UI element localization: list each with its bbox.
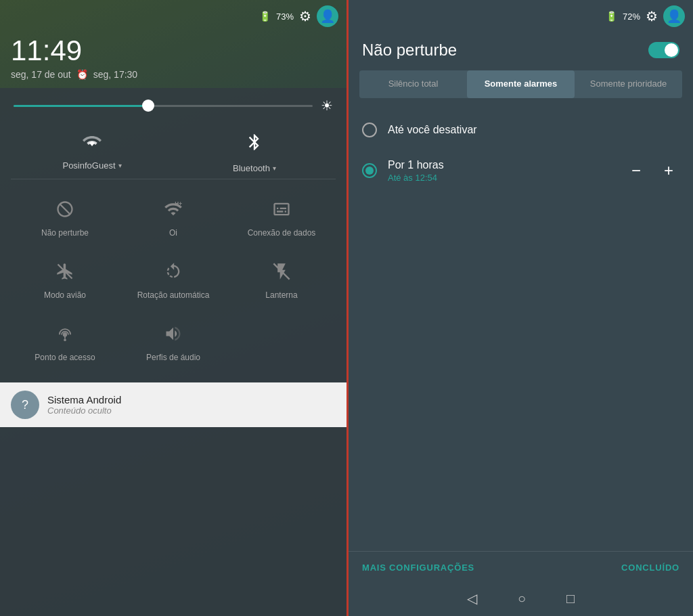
radio-until-disabled xyxy=(362,123,377,137)
action-rotacao-label: Rotação automática xyxy=(137,290,210,300)
right-status-bar: 🔋 72% ⚙ 👤 xyxy=(349,0,693,32)
dnd-toggle[interactable] xyxy=(648,42,679,58)
done-btn[interactable]: CONCLUÍDO xyxy=(621,563,679,573)
action-aviao-label: Modo avião xyxy=(44,290,86,300)
alarm-time: seg, 17:30 xyxy=(93,69,137,80)
notif-subtitle: Conteúdo oculto xyxy=(47,405,121,416)
right-avatar-icon: 👤 xyxy=(667,9,681,24)
brightness-sun-icon: ☀ xyxy=(321,97,333,114)
option-1-hour[interactable]: Por 1 horas Até às 12:54 − + xyxy=(362,148,679,194)
duration-text-until: Até você desativar xyxy=(388,124,679,136)
dnd-header: Não perturbe xyxy=(349,32,693,70)
notification-card[interactable]: ? Sistema Android Conteúdo oculto xyxy=(0,382,346,427)
date-text: seg, 17 de out xyxy=(11,69,71,80)
right-battery-percent: 72% xyxy=(623,12,640,22)
tab-alarmes-label: Somente alarmes xyxy=(485,79,558,89)
rotacao-icon xyxy=(158,257,188,286)
duration-text-1hour: Por 1 horas Até às 12:54 xyxy=(388,159,614,183)
duration-label-until: Até você desativar xyxy=(388,124,679,136)
more-settings-btn[interactable]: MAIS CONFIGURAÇÕES xyxy=(362,563,474,573)
clock-time: 11:49 xyxy=(11,35,336,66)
tab-silencio[interactable]: Silêncio total xyxy=(359,70,467,98)
svg-text:H+: H+ xyxy=(175,202,182,208)
notif-icon-symbol: ? xyxy=(22,398,28,412)
left-panel: 🔋 73% ⚙ 👤 11:49 seg, 17 de out ⏰ seg, 17… xyxy=(0,0,346,616)
clock-date: seg, 17 de out ⏰ seg, 17:30 xyxy=(11,69,336,80)
avatar-icon: 👤 xyxy=(320,9,335,24)
nav-recent-btn[interactable]: □ xyxy=(566,591,575,607)
tab-prioridade[interactable]: Somente prioridade xyxy=(575,70,682,98)
aviao-icon xyxy=(50,257,80,286)
right-battery-icon: 🔋 xyxy=(606,11,617,22)
notif-text: Sistema Android Conteúdo oculto xyxy=(47,394,121,416)
right-action-buttons: MAIS CONFIGURAÇÕES CONCLUÍDO xyxy=(349,551,693,584)
ponto-acesso-icon xyxy=(50,319,80,349)
bluetooth-icon xyxy=(245,131,264,158)
svg-point-4 xyxy=(64,339,66,342)
radio-1-hour xyxy=(362,163,377,178)
wifi-label-row: PosinfoGuest ▾ xyxy=(62,160,121,171)
svg-point-3 xyxy=(64,334,66,336)
brightness-row: ☀ xyxy=(0,88,346,123)
option-until-disabled[interactable]: Até você desativar xyxy=(362,112,679,148)
oi-icon: H+ xyxy=(158,194,188,224)
clock-area: 11:49 seg, 17 de out ⏰ seg, 17:30 xyxy=(0,32,346,88)
nav-back-btn[interactable]: ◁ xyxy=(467,590,477,607)
tab-silencio-label: Silêncio total xyxy=(388,79,439,89)
tab-alarmes[interactable]: Somente alarmes xyxy=(467,70,575,98)
wifi-dropdown-icon[interactable]: ▾ xyxy=(118,162,122,169)
action-lanterna-label: Lanterna xyxy=(265,290,297,300)
battery-icon: 🔋 xyxy=(259,11,271,22)
connectivity-row: PosinfoGuest ▾ Bluetooth ▾ xyxy=(0,123,346,179)
duration-options: Até você desativar Por 1 horas Até às 12… xyxy=(349,98,693,194)
action-oi-label: Oi xyxy=(169,228,177,238)
dnd-toggle-knob xyxy=(665,43,678,57)
action-nao-perturbe-label: Não perturbe xyxy=(41,228,89,238)
bluetooth-dropdown-icon[interactable]: ▾ xyxy=(273,164,276,172)
action-conexao[interactable]: Conexão de dados xyxy=(227,185,336,247)
left-avatar[interactable]: 👤 xyxy=(317,5,338,27)
action-ponto-acesso-label: Ponto de acesso xyxy=(35,353,95,362)
perfis-audio-icon xyxy=(158,319,188,349)
nao-perturbe-icon xyxy=(50,194,80,224)
quick-settings: ☀ PosinfoGuest ▾ xyxy=(0,88,346,616)
right-avatar[interactable]: 👤 xyxy=(663,5,685,27)
nav-bar: ◁ ○ □ xyxy=(349,584,693,616)
nav-home-btn[interactable]: ○ xyxy=(518,591,526,607)
duration-sub-1hour: Até às 12:54 xyxy=(388,173,614,183)
duration-decrease-btn[interactable]: − xyxy=(625,160,647,181)
action-lanterna[interactable]: Lanterna xyxy=(227,247,336,309)
bluetooth-label: Bluetooth xyxy=(233,163,270,173)
action-rotacao[interactable]: Rotação automática xyxy=(119,247,227,309)
right-settings-icon[interactable]: ⚙ xyxy=(646,8,658,24)
action-perfis-audio-label: Perfis de áudio xyxy=(146,353,200,362)
wifi-label: PosinfoGuest xyxy=(62,160,115,171)
wifi-icon xyxy=(81,131,103,155)
action-nao-perturbe[interactable]: Não perturbe xyxy=(11,185,119,247)
brightness-thumb xyxy=(142,100,154,112)
lanterna-icon xyxy=(267,257,296,286)
duration-label-1hour: Por 1 horas xyxy=(388,159,614,171)
notif-title: Sistema Android xyxy=(47,394,121,405)
left-settings-icon[interactable]: ⚙ xyxy=(299,8,311,24)
right-panel: 🔋 72% ⚙ 👤 Não perturbe Silêncio total So… xyxy=(349,0,693,616)
action-perfis-audio[interactable]: Perfis de áudio xyxy=(119,309,227,372)
bluetooth-label-row: Bluetooth ▾ xyxy=(233,163,276,173)
notif-icon: ? xyxy=(11,391,39,419)
brightness-fill xyxy=(14,105,148,107)
action-ponto-acesso[interactable]: Ponto de acesso xyxy=(11,309,119,372)
action-conexao-label: Conexão de dados xyxy=(248,228,316,238)
brightness-slider[interactable] xyxy=(14,105,313,107)
action-aviao[interactable]: Modo avião xyxy=(11,247,119,309)
left-battery-percent: 73% xyxy=(276,12,294,22)
conexao-icon xyxy=(267,194,296,224)
wifi-toggle[interactable]: PosinfoGuest ▾ xyxy=(11,123,173,179)
duration-controls: − + xyxy=(625,160,679,181)
bluetooth-toggle[interactable]: Bluetooth ▾ xyxy=(173,123,336,179)
action-oi[interactable]: H+ Oi xyxy=(119,185,227,247)
right-bottom: MAIS CONFIGURAÇÕES CONCLUÍDO ◁ ○ □ xyxy=(349,551,693,616)
duration-increase-btn[interactable]: + xyxy=(658,160,679,181)
alarm-icon: ⏰ xyxy=(76,69,88,80)
left-status-bar: 🔋 73% ⚙ 👤 xyxy=(0,0,346,32)
tab-prioridade-label: Somente prioridade xyxy=(590,79,667,89)
